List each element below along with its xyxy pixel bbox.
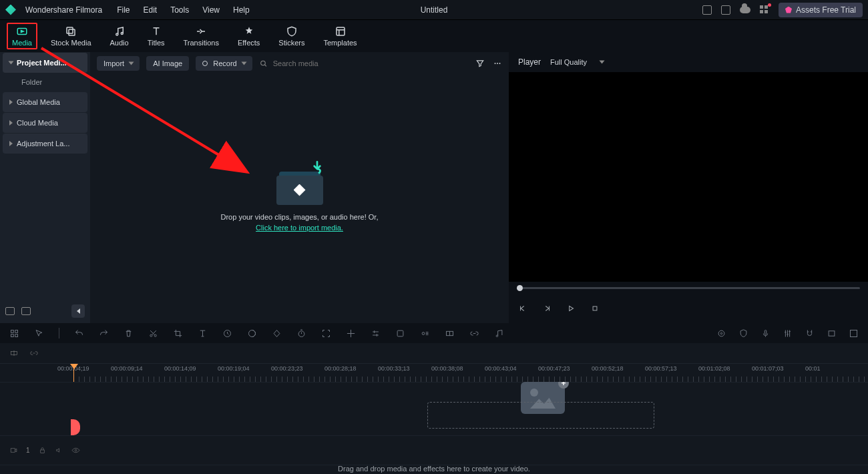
group-icon[interactable]	[445, 328, 455, 338]
sidebar-folder[interactable]: Folder	[0, 73, 90, 91]
preview-controls	[509, 294, 868, 323]
import-folder-icon	[276, 165, 323, 205]
tab-stickers[interactable]: Stickers	[278, 25, 304, 47]
import-button[interactable]: Import	[97, 56, 140, 71]
visibility-icon[interactable]	[71, 446, 80, 455]
tab-titles[interactable]: Titles	[148, 25, 165, 47]
cloud-icon[interactable]	[740, 7, 750, 13]
link-icon[interactable]	[469, 328, 479, 338]
menu-help[interactable]: Help	[233, 5, 250, 15]
record-dot-icon	[202, 61, 208, 66]
sidebar-adjustment-layer[interactable]: Adjustment La...	[3, 134, 87, 154]
speed-icon[interactable]	[222, 328, 232, 338]
search-input[interactable]	[273, 59, 469, 67]
expand-icon[interactable]	[849, 328, 859, 338]
document-title: Untitled	[421, 5, 448, 15]
menu-edit[interactable]: Edit	[144, 5, 158, 15]
delete-icon[interactable]	[124, 328, 134, 338]
track-add-icon[interactable]	[9, 348, 19, 358]
tab-audio[interactable]: Audio	[110, 25, 129, 47]
lock-icon[interactable]	[38, 446, 47, 455]
timeline-tracks[interactable]: 1 1 + Drag and drop media and effects he…	[0, 382, 868, 474]
cursor-icon[interactable]	[34, 328, 44, 338]
diamond-icon	[785, 7, 792, 13]
mute-icon[interactable]	[55, 446, 63, 455]
ai-image-button[interactable]: AI Image	[146, 56, 189, 71]
media-dropzone[interactable]: Drop your video clips, images, or audio …	[90, 75, 509, 323]
audio-tool-icon[interactable]	[494, 328, 504, 338]
preview-scrubber[interactable]	[509, 282, 868, 294]
mask-icon[interactable]	[395, 328, 405, 338]
adjust-icon[interactable]	[371, 328, 381, 338]
new-bin-icon[interactable]	[5, 307, 15, 315]
collapse-sidebar-button[interactable]	[71, 304, 85, 318]
more-icon[interactable]	[493, 59, 502, 68]
app-logo-icon	[5, 5, 16, 15]
separator	[59, 328, 59, 338]
assets-trial-button[interactable]: Assets Free Trial	[779, 3, 863, 17]
svg-rect-1	[67, 27, 73, 33]
svg-rect-11	[11, 330, 14, 332]
track-link-icon[interactable]	[29, 348, 39, 358]
record-button[interactable]: Record	[196, 56, 252, 71]
filter-icon[interactable]	[475, 59, 485, 68]
enhance-icon[interactable]	[346, 328, 356, 338]
timer-icon[interactable]	[296, 328, 306, 338]
svg-rect-32	[40, 450, 43, 453]
tab-effects[interactable]: Effects	[238, 25, 260, 47]
svg-rect-23	[450, 331, 453, 335]
shield-icon[interactable]	[738, 328, 748, 338]
tab-templates[interactable]: Templates	[323, 25, 357, 47]
play-icon[interactable]	[566, 304, 576, 313]
motion-icon[interactable]	[420, 328, 430, 338]
sidebar-cloud-media[interactable]: Cloud Media	[3, 113, 87, 133]
crop-icon[interactable]	[173, 328, 183, 338]
screen-icon[interactable]	[702, 5, 712, 15]
magnet-snap-icon[interactable]	[805, 328, 815, 338]
export-icon[interactable]	[721, 5, 730, 15]
menu-tools[interactable]: Tools	[170, 5, 189, 15]
sidebar-global-media[interactable]: Global Media	[3, 92, 87, 112]
text-icon[interactable]	[198, 328, 208, 338]
media-toolbar-right	[475, 59, 502, 68]
stop-icon[interactable]	[590, 304, 600, 313]
video-track-icon[interactable]	[9, 446, 18, 455]
tab-stock-media[interactable]: Stock Media	[51, 25, 91, 47]
new-folder-icon[interactable]	[21, 307, 31, 315]
svg-rect-12	[15, 330, 18, 332]
target-icon[interactable]	[716, 328, 726, 338]
timeline-drop-target[interactable]	[427, 402, 654, 429]
redo-icon[interactable]	[99, 328, 109, 338]
preview-video[interactable]	[509, 72, 868, 282]
focus-icon[interactable]	[321, 328, 331, 338]
svg-point-7	[495, 63, 496, 64]
tab-media[interactable]: Media	[7, 23, 37, 49]
mic-icon[interactable]	[761, 328, 771, 338]
tab-transitions[interactable]: Transitions	[184, 25, 219, 47]
next-frame-icon[interactable]	[542, 304, 552, 313]
svg-point-26	[720, 332, 722, 334]
quality-select[interactable]: Full Quality	[550, 58, 604, 66]
timeline: 00:00:04;1900:00:09;1400:00:14;0900:00:1…	[0, 343, 868, 474]
svg-point-15	[150, 334, 152, 336]
menu-view[interactable]: View	[202, 5, 220, 15]
dropzone-text: Drop your video clips, images, or audio …	[220, 212, 378, 234]
apps-grid-icon[interactable]	[760, 5, 769, 15]
color-icon[interactable]	[247, 328, 257, 338]
menu-file[interactable]: File	[117, 5, 130, 15]
cut-icon[interactable]	[148, 328, 158, 338]
timeline-ruler[interactable]: 00:00:04;1900:00:09;1400:00:14;0900:00:1…	[0, 363, 868, 382]
svg-rect-5	[337, 27, 345, 35]
markers-icon[interactable]	[827, 328, 837, 338]
grid-icon[interactable]	[9, 328, 19, 338]
chevron-right-icon	[9, 141, 13, 146]
player-label: Player	[518, 57, 541, 67]
import-media-link[interactable]: Click here to import media.	[256, 224, 343, 232]
keyframe-icon[interactable]	[272, 328, 282, 338]
prev-frame-icon[interactable]	[518, 304, 527, 313]
sidebar-project-media[interactable]: Project Medi...	[3, 53, 87, 73]
mixer-icon[interactable]	[783, 328, 793, 338]
undo-icon[interactable]	[74, 328, 84, 338]
preview-header: Player Full Quality	[509, 52, 868, 72]
playhead[interactable]	[73, 364, 74, 382]
